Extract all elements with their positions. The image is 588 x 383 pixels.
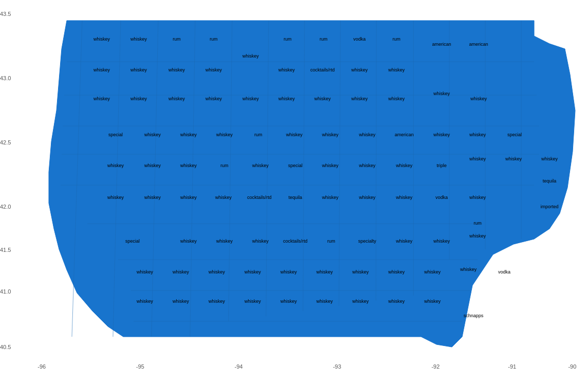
x-label-94: -94 — [235, 363, 243, 370]
x-label-93: -93 — [333, 363, 341, 370]
iowa-map-svg: whiskey whiskey rum rum rum rum vodka ru… — [31, 8, 578, 355]
x-label-92: -92 — [431, 363, 440, 370]
y-label-435: 43.5 — [0, 11, 25, 17]
y-label-405: 40.5 — [0, 344, 25, 350]
x-label-95: -95 — [136, 363, 144, 370]
y-label-415: 41.5 — [0, 247, 25, 253]
y-label-425: 42.5 — [0, 139, 25, 145]
iowa-map-area: whiskey whiskey rum rum rum rum vodka ru… — [31, 8, 578, 355]
x-label-91: -91 — [508, 363, 516, 370]
chart-container: 43.5 43.0 42.5 42.0 41.5 41.0 40.5 -96 -… — [0, 0, 588, 383]
y-label-410: 41.0 — [0, 288, 25, 295]
label-vodka-3: vodka — [498, 269, 510, 275]
y-label-420: 42.0 — [0, 204, 25, 210]
x-label-96: -96 — [37, 363, 46, 370]
y-label-430: 43.0 — [0, 75, 25, 81]
x-label-90: -90 — [568, 363, 576, 370]
